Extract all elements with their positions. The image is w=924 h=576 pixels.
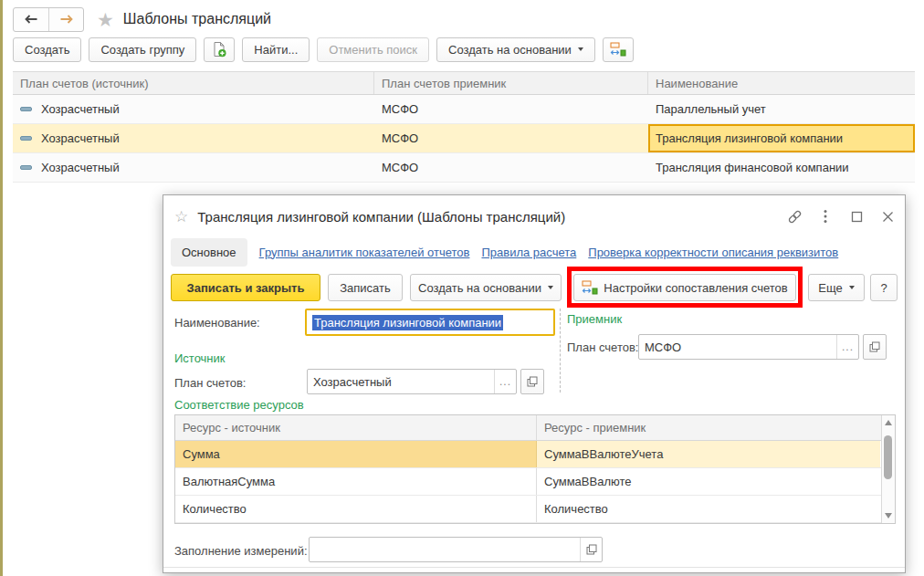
resource-source: Количество (175, 496, 537, 522)
more-menu-kebab-button[interactable] (817, 208, 834, 225)
dialog-window: ☆ Трансляция лизинговой компании (Шаблон… (163, 194, 906, 573)
favorites-star-icon[interactable]: ★ (97, 10, 114, 29)
tab-link-analytics-groups[interactable]: Группы аналитик показателей отчетов (259, 246, 470, 259)
dialog-window-buttons (786, 208, 896, 225)
dropdown-caret-icon (849, 286, 855, 289)
resources-table-header: Ресурс - источник Ресурс - приемник (175, 415, 895, 441)
selected-text: Трансляция лизинговой компании (312, 315, 503, 330)
source-open-button[interactable] (520, 369, 544, 394)
resources-section-header: Соответствие ресурсов (174, 398, 304, 412)
save-button[interactable]: Записать (328, 274, 403, 301)
dialog-bottom-divider (163, 567, 905, 568)
resource-source: Сумма (175, 441, 537, 467)
account-mapping-icon (582, 280, 598, 295)
create-button[interactable]: Создать (13, 37, 81, 62)
column-header-name[interactable]: Наименование (648, 72, 915, 94)
copy-link-button[interactable] (786, 208, 803, 225)
scroll-down-icon[interactable] (885, 513, 892, 518)
history-nav (13, 7, 84, 32)
resource-receiver: СуммаВВалютеУчета (537, 441, 880, 467)
list-toolbar: Создать Создать группу Найти... Отменить… (13, 37, 634, 62)
open-icon (869, 341, 880, 352)
receiver-chart-value: МСФО (639, 335, 836, 359)
more-button[interactable]: Еще (808, 274, 865, 301)
resource-receiver: СуммаВВалюте (537, 468, 880, 495)
column-header-source[interactable]: План счетов (источник) (13, 72, 374, 94)
tab-main[interactable]: Основное (171, 238, 247, 267)
kebab-icon (824, 209, 827, 224)
templates-table: План счетов (источник) План счетов прием… (13, 71, 915, 183)
cell-source: Хозрасчетный (41, 102, 120, 116)
create-group-button[interactable]: Создать группу (89, 37, 196, 62)
mapping-settings-label: Настройки сопоставления счетов (604, 281, 787, 295)
cell-name-active: Трансляция лизинговой компании (648, 124, 915, 152)
receiver-chart-input[interactable]: МСФО ... (638, 334, 859, 360)
dialog-tabs: Основное Группы аналитик показателей отч… (171, 237, 838, 267)
source-chart-input[interactable]: Хозрасчетный ... (307, 369, 517, 394)
cancel-search-button[interactable]: Отменить поиск (317, 37, 429, 62)
close-icon (882, 211, 894, 223)
create-based-on-label: Создать на основании (418, 281, 541, 295)
name-input[interactable]: Трансляция лизинговой компании (305, 309, 555, 336)
resources-row[interactable]: ВалютнаяСумма СуммаВВалюте (175, 468, 895, 496)
tab-link-calculation-rules[interactable]: Правила расчета (481, 246, 576, 259)
create-based-on-button[interactable]: Создать на основании (436, 37, 595, 62)
choose-button[interactable]: ... (494, 370, 516, 393)
copy-item-button[interactable] (204, 37, 235, 62)
catalog-item-icon (20, 165, 32, 170)
resources-column-receiver[interactable]: Ресурс - приемник (537, 415, 880, 440)
back-button[interactable] (14, 8, 48, 31)
window-edge (0, 0, 3, 576)
tab-link-attribute-check[interactable]: Проверка корректности описания реквизито… (588, 246, 838, 259)
table-row-selected[interactable]: Хозрасчетный МСФО Трансляция лизинговой … (13, 124, 915, 153)
cell-name: Трансляция финансовой компании (648, 153, 915, 182)
choose-button[interactable]: ... (836, 335, 858, 359)
account-mapping-settings-button[interactable]: Настройки сопоставления счетов (573, 274, 796, 301)
maximize-button[interactable] (848, 208, 865, 225)
more-label: Еще (818, 281, 842, 295)
column-separator (560, 309, 561, 393)
cell-receiver: МСФО (374, 153, 648, 182)
table-row[interactable]: Хозрасчетный МСФО Трансляция финансовой … (13, 153, 915, 183)
receiver-chart-label: План счетов: (567, 340, 638, 354)
resource-receiver: Количество (537, 496, 880, 522)
dimensions-input[interactable] (309, 537, 603, 562)
open-icon (586, 544, 597, 555)
dialog-title-bar: ☆ Трансляция лизинговой компании (Шаблон… (174, 204, 896, 228)
find-button[interactable]: Найти... (242, 37, 310, 62)
table-row[interactable]: Хозрасчетный МСФО Параллельный учет (13, 95, 915, 124)
create-based-on-label: Создать на основании (448, 43, 572, 57)
account-mapping-icon (610, 42, 626, 57)
scrollbar-thumb[interactable] (884, 435, 892, 479)
dropdown-caret-icon (548, 286, 553, 289)
close-button[interactable] (879, 208, 896, 225)
vertical-scrollbar[interactable] (881, 415, 895, 523)
column-header-receiver[interactable]: План счетов приемник (374, 72, 648, 94)
help-button[interactable]: ? (870, 274, 898, 301)
dialog-create-based-on-button[interactable]: Создать на основании (410, 274, 562, 301)
cell-source: Хозрасчетный (41, 161, 120, 174)
resources-row[interactable]: Количество Количество (175, 496, 895, 523)
catalog-item-icon (20, 136, 32, 141)
resources-row-selected[interactable]: Сумма СуммаВВалютеУчета (175, 441, 895, 468)
resources-column-source[interactable]: Ресурс - источник (175, 415, 537, 440)
catalog-item-icon (20, 107, 32, 111)
dialog-title: Трансляция лизинговой компании (Шаблоны … (197, 209, 565, 225)
cell-receiver: МСФО (374, 95, 648, 123)
forward-button[interactable] (48, 8, 83, 31)
receiver-open-button[interactable] (863, 334, 887, 360)
resource-source: ВалютнаяСумма (175, 468, 537, 495)
dialog-favorites-star-icon[interactable]: ☆ (174, 207, 188, 226)
source-chart-label: План счетов: (174, 376, 246, 390)
receiver-section-header: Приемник (567, 312, 622, 326)
dimensions-value (310, 538, 580, 561)
dimensions-open-button[interactable] (580, 538, 602, 561)
account-mapping-toolbar-button[interactable] (603, 37, 634, 62)
scroll-up-icon[interactable] (885, 420, 892, 425)
maximize-icon (851, 211, 863, 223)
page-title: Шаблоны трансляций (123, 11, 271, 27)
save-and-close-button[interactable]: Записать и закрыть (171, 274, 320, 301)
dropdown-caret-icon (578, 47, 583, 51)
cell-source: Хозрасчетный (41, 131, 120, 145)
forward-arrow-icon (59, 14, 74, 25)
